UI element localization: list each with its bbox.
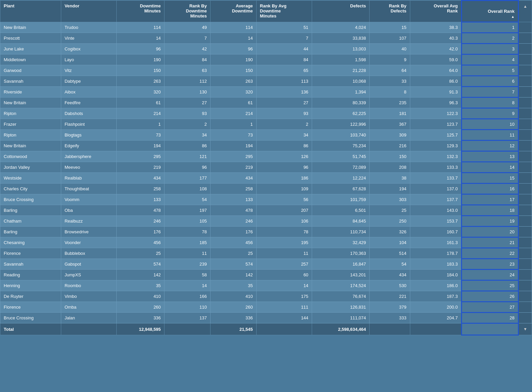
scrollbar-footer: ▼ [519,323,532,335]
footer-vendor [61,323,116,335]
cell-defects: 72,089 [312,162,369,173]
cell-rank-def: 333 [370,313,410,323]
cell-overall-avg: 64.0 [410,65,462,76]
cell-vendor: Feedfire [61,97,116,108]
cell-rank-down: 2 [164,119,211,130]
cell-rank-def: 514 [370,248,410,259]
cell-rank-avg: 126 [256,151,312,162]
cell-overall-rank: 15 [462,173,519,184]
cell-defects: 33,838 [312,33,369,44]
cell-defects: 16,847 [312,259,369,270]
cell-rank-def: 33 [370,76,410,87]
cell-rank-avg: 109 [256,184,312,194]
cell-vendor: Edgeify [61,141,116,151]
cell-defects: 13,003 [312,44,369,54]
cell-defects: 6,501 [312,205,369,216]
col-header-avg-downtime[interactable]: Average Downtime [210,1,256,22]
cell-plant: Savannah [0,76,61,87]
cell-plant: Jordan Valley [0,162,61,173]
cell-rank-avg: 207 [256,205,312,216]
table-row: Charles CityThoughtbeat25810825810967,62… [0,184,532,194]
cell-rank-down: 130 [164,87,211,97]
cell-rank-avg: 111 [256,302,312,313]
cell-downtime: 260 [117,302,164,313]
cell-defects: 75,234 [312,141,369,151]
table-row: New BritainFeedfire6127612780,33923596.3… [0,97,532,108]
cell-plant: Charles City [0,184,61,194]
cell-rank-def: 326 [370,227,410,237]
cell-plant: New Britain [0,22,61,33]
cell-downtime: 1 [117,119,164,130]
table-row: New BritainTrudoo11449114514,0241538.31 [0,22,532,33]
cell-avg-down: 35 [210,280,256,291]
cell-rank-avg: 78 [256,227,312,237]
cell-rank-avg: 93 [256,108,312,119]
cell-rank-def: 367 [370,119,410,130]
cell-avg-down: 14 [210,33,256,44]
cell-rank-down: 42 [164,44,211,54]
cell-plant: Bruce Crossing [0,194,61,205]
table-row: WestsideRealblab43417743418612,22438133.… [0,173,532,184]
cell-rank-down: 49 [164,22,211,33]
cell-vendor: Bubblebox [61,248,116,259]
cell-scrollbar [519,194,532,205]
cell-plant: Chesaning [0,237,61,248]
table-row: De RuyterVimbo41016641017576,674221187.3… [0,291,532,302]
cell-rank-avg: 106 [256,216,312,227]
scroll-up-button[interactable]: ▲ [522,3,528,9]
cell-vendor: Vinte [61,33,116,44]
col-header-overall-rank[interactable]: Overall Rank ▲ [462,1,519,22]
cell-avg-down: 258 [210,184,256,194]
col-header-rank-downtime[interactable]: Rank By Downtime Minutes [164,1,211,22]
cell-rank-avg: 60 [256,270,312,280]
scroll-down-button[interactable]: ▼ [522,326,528,332]
table-row: GarwoodVitz150631506521,2286464.05 [0,65,532,76]
table-row: HenningRoombo35143514174,524530186.025 [0,280,532,291]
cell-downtime: 320 [117,87,164,97]
cell-scrollbar [519,280,532,291]
cell-rank-avg: 7 [256,33,312,44]
cell-avg-down: 260 [210,302,256,313]
cell-overall-rank: 12 [462,141,519,151]
cell-avg-down: 336 [210,313,256,323]
col-header-plant[interactable]: Plant [0,1,61,22]
col-header-vendor[interactable]: Vendor [61,1,116,22]
table-row: June LakeCogibox9642964413,0034042.03 [0,44,532,54]
cell-rank-def: 64 [370,65,410,76]
cell-rank-def: 216 [370,141,410,151]
cell-overall-rank: 14 [462,162,519,173]
cell-overall-rank: 18 [462,205,519,216]
col-header-defects[interactable]: Defects [312,1,369,22]
cell-scrollbar [519,130,532,141]
cell-avg-down: 295 [210,151,256,162]
cell-scrollbar [519,205,532,216]
cell-rank-avg: 144 [256,313,312,323]
cell-downtime: 150 [117,65,164,76]
cell-scrollbar [519,97,532,108]
cell-downtime: 25 [117,248,164,259]
cell-plant: Barling [0,205,61,216]
cell-rank-down: 121 [164,151,211,162]
cell-defects: 10,068 [312,76,369,87]
cell-rank-def: 25 [370,205,410,216]
col-header-rank-defects[interactable]: Rank By Defects [370,1,410,22]
cell-vendor: Layo [61,54,116,65]
cell-scrollbar [519,227,532,237]
cell-overall-avg: 183.3 [410,259,462,270]
cell-rank-avg: 11 [256,248,312,259]
cell-scrollbar [519,173,532,184]
col-header-rank-avg[interactable]: Rank By Avg Downtime Minutes [256,1,312,22]
cell-rank-avg: 2 [256,119,312,130]
cell-overall-avg: 161.3 [410,237,462,248]
cell-avg-down: 133 [210,194,256,205]
col-header-downtime-minutes[interactable]: Downtime Minutes [117,1,164,22]
cell-plant: New Britain [0,97,61,108]
col-header-overall-avg-rank[interactable]: Overall Avg Rank [410,1,462,22]
cell-rank-down: 14 [164,280,211,291]
cell-rank-down: 185 [164,237,211,248]
cell-avg-down: 142 [210,270,256,280]
cell-avg-down: 25 [210,248,256,259]
cell-rank-def: 107 [370,33,410,44]
table-row: SavannahDabtype26311226311310,0683386.06 [0,76,532,87]
table-row: RiversideAibox3201303201361,394891.37 [0,87,532,97]
